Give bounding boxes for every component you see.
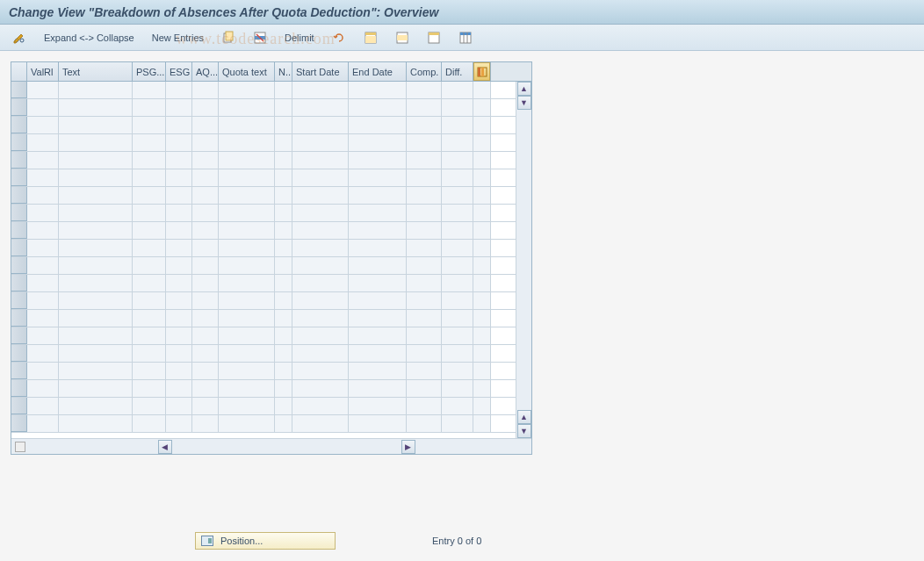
cell[interactable] <box>275 310 292 327</box>
scroll-right-button[interactable]: ▶ <box>401 440 415 454</box>
cell[interactable] <box>407 117 442 133</box>
cell[interactable] <box>166 380 192 397</box>
cell[interactable] <box>166 134 192 151</box>
cell[interactable] <box>27 363 59 379</box>
cell[interactable] <box>473 363 491 379</box>
horizontal-scrollbar[interactable] <box>15 442 41 452</box>
cell[interactable] <box>407 363 442 379</box>
cell[interactable] <box>192 117 219 133</box>
cell[interactable] <box>133 398 166 414</box>
cell[interactable] <box>166 152 192 169</box>
cell[interactable] <box>407 380 442 397</box>
table-row[interactable] <box>11 152 516 169</box>
col-valrl[interactable]: ValRl <box>27 62 59 81</box>
cell[interactable] <box>473 380 491 397</box>
undo-button[interactable] <box>327 29 351 47</box>
cell[interactable] <box>133 310 166 327</box>
cell[interactable] <box>292 292 349 309</box>
table-row[interactable] <box>11 345 516 363</box>
cell[interactable] <box>192 205 219 221</box>
cell[interactable] <box>442 327 473 344</box>
cell[interactable] <box>59 310 133 327</box>
cell[interactable] <box>219 275 275 291</box>
cell[interactable] <box>473 169 491 186</box>
table-row[interactable] <box>11 275 516 292</box>
cell[interactable] <box>275 187 292 204</box>
cell[interactable] <box>292 380 349 397</box>
cell[interactable] <box>192 222 219 239</box>
row-selector[interactable] <box>11 187 27 204</box>
cell[interactable] <box>275 169 292 186</box>
cell[interactable] <box>59 152 133 169</box>
cell[interactable] <box>133 257 166 274</box>
cell[interactable] <box>219 345 275 362</box>
cell[interactable] <box>219 117 275 133</box>
col-psg[interactable]: PSG... <box>133 62 166 81</box>
cell[interactable] <box>166 257 192 274</box>
row-selector[interactable] <box>11 327 27 344</box>
cell[interactable] <box>133 363 166 379</box>
cell[interactable] <box>407 345 442 362</box>
cell[interactable] <box>27 82 59 98</box>
cell[interactable] <box>192 310 219 327</box>
toggle-edit-button[interactable] <box>7 29 32 47</box>
table-row[interactable] <box>11 82 516 99</box>
col-end-date[interactable]: End Date <box>349 62 407 81</box>
cell[interactable] <box>192 82 219 98</box>
cell[interactable] <box>442 169 473 186</box>
cell[interactable] <box>275 345 292 362</box>
scroll-up-button[interactable]: ▲ <box>517 82 531 96</box>
cell[interactable] <box>407 275 442 291</box>
cell[interactable] <box>219 82 275 98</box>
cell[interactable] <box>442 415 473 432</box>
cell[interactable] <box>133 187 166 204</box>
cell[interactable] <box>442 187 473 204</box>
cell[interactable] <box>442 117 473 133</box>
cell[interactable] <box>275 82 292 98</box>
cell[interactable] <box>275 398 292 414</box>
cell[interactable] <box>27 205 59 221</box>
cell[interactable] <box>133 134 166 151</box>
cell[interactable] <box>219 187 275 204</box>
cell[interactable] <box>192 292 219 309</box>
cell[interactable] <box>219 152 275 169</box>
cell[interactable] <box>219 222 275 239</box>
row-selector[interactable] <box>11 205 27 221</box>
cell[interactable] <box>192 134 219 151</box>
cell[interactable] <box>27 240 59 256</box>
cell[interactable] <box>192 398 219 414</box>
cell[interactable] <box>349 310 407 327</box>
cell[interactable] <box>407 327 442 344</box>
cell[interactable] <box>473 187 491 204</box>
row-selector[interactable] <box>11 275 27 291</box>
cell[interactable] <box>27 134 59 151</box>
row-selector[interactable] <box>11 345 27 362</box>
row-selector[interactable] <box>11 117 27 133</box>
table-row[interactable] <box>11 398 516 415</box>
cell[interactable] <box>349 82 407 98</box>
cell[interactable] <box>59 240 133 256</box>
cell[interactable] <box>275 257 292 274</box>
vertical-scrollbar[interactable]: ▲ ▼ ▲ ▼ <box>516 82 531 438</box>
col-quota-text[interactable]: Quota text <box>219 62 275 81</box>
row-selector[interactable] <box>11 152 27 169</box>
cell[interactable] <box>219 398 275 414</box>
cell[interactable] <box>27 275 59 291</box>
cell[interactable] <box>473 292 491 309</box>
table-row[interactable] <box>11 222 516 240</box>
copy-button[interactable] <box>216 29 241 47</box>
cell[interactable] <box>292 310 349 327</box>
cell[interactable] <box>27 222 59 239</box>
cell[interactable] <box>349 327 407 344</box>
cell[interactable] <box>59 275 133 291</box>
cell[interactable] <box>292 169 349 186</box>
cell[interactable] <box>133 205 166 221</box>
cell[interactable] <box>292 398 349 414</box>
cell[interactable] <box>407 415 442 432</box>
cell[interactable] <box>192 275 219 291</box>
cell[interactable] <box>292 117 349 133</box>
cell[interactable] <box>442 134 473 151</box>
cell[interactable] <box>349 134 407 151</box>
select-block-button[interactable] <box>390 29 415 47</box>
cell[interactable] <box>292 82 349 98</box>
